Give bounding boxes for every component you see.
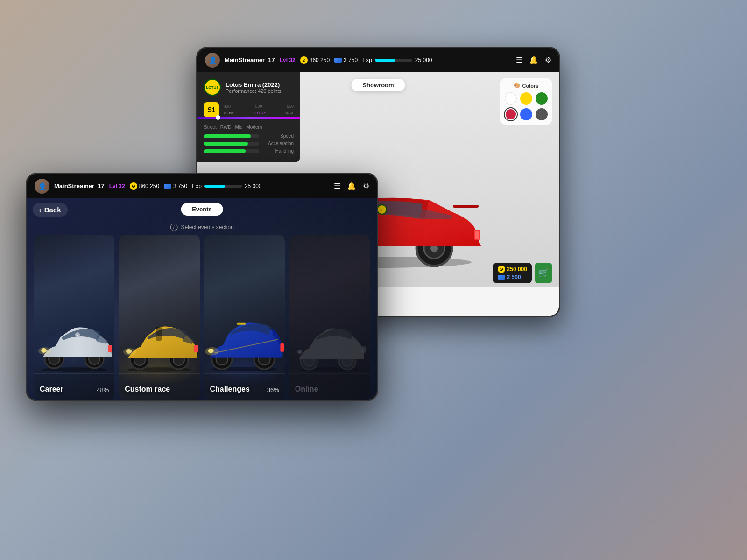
- challenges-track: [204, 373, 285, 374]
- select-hint: i Select events section: [170, 224, 234, 231]
- showroom-tab[interactable]: Showroom: [351, 79, 405, 91]
- username-front: MainStreamer_17: [54, 182, 105, 189]
- car-info-card: LOTUS Lotus Emira (2022) Performance: 42…: [197, 72, 300, 162]
- online-car-shape: [289, 316, 370, 372]
- svg-rect-9: [453, 205, 479, 208]
- price-blue: 2 500: [498, 274, 527, 280]
- svg-rect-39: [236, 323, 246, 325]
- card-icon-price: [498, 275, 505, 280]
- custom-car-shape: [119, 316, 199, 372]
- color-green[interactable]: [536, 92, 548, 105]
- challenges-pct: 36%: [267, 386, 279, 393]
- color-yellow[interactable]: [520, 92, 532, 105]
- blue-stat-front: 3 750: [164, 183, 187, 189]
- color-red[interactable]: [505, 108, 517, 120]
- challenges-label: Challenges: [210, 385, 250, 393]
- speed-fill: [204, 134, 251, 138]
- perf-slider-area: 420 500 650 NOW LOTUS MAX: [224, 104, 294, 115]
- svg-point-22: [38, 347, 51, 355]
- challenges-car-shape: [204, 316, 285, 372]
- custom-car-svg: [121, 321, 198, 372]
- avatar: 👤: [205, 53, 220, 68]
- coin-icon-front: ⊙: [130, 182, 137, 190]
- blue-stat-back: 3 750: [334, 57, 358, 63]
- custom-race-card[interactable]: Custom race: [119, 235, 199, 400]
- svg-rect-19: [108, 345, 112, 352]
- perf-thumb: [216, 115, 220, 120]
- svg-rect-31: [194, 345, 198, 352]
- car-brand-row: LOTUS Lotus Emira (2022) Performance: 42…: [204, 79, 294, 96]
- color-white[interactable]: [505, 92, 517, 105]
- svg-point-29: [123, 348, 136, 356]
- gold-coin-icon: ⊙: [498, 266, 505, 273]
- online-label-area: Online: [295, 385, 364, 393]
- color-row-1: [505, 92, 548, 105]
- chevron-left-icon: ‹: [39, 206, 42, 214]
- career-label-area: Career 48%: [40, 385, 109, 393]
- exp-container-back: Exp 25 000: [362, 57, 432, 63]
- header-icons-back: ☰ 🔔 ⚙: [516, 56, 551, 64]
- back-label: Back: [44, 206, 61, 214]
- svg-rect-30: [156, 327, 162, 341]
- svg-rect-8: [475, 231, 479, 239]
- card-icon-front: [164, 184, 171, 189]
- level-badge-back: Lvl 32: [280, 57, 296, 63]
- online-label: Online: [295, 385, 318, 393]
- career-car-shape: ★: [34, 316, 114, 372]
- exp-bar-front: [204, 185, 242, 188]
- exp-fill-front: [204, 185, 225, 188]
- challenges-label-area: Challenges 36%: [210, 385, 279, 393]
- career-label: Career: [40, 385, 63, 393]
- username-back: MainStreamer_17: [225, 56, 275, 63]
- career-pct: 48%: [97, 386, 109, 393]
- accel-row: Acceleration: [204, 141, 294, 146]
- card-icon-back: [334, 58, 342, 63]
- settings-icon-back[interactable]: ⚙: [545, 56, 551, 64]
- gold-stat-back: ⊙ 860 250: [300, 56, 330, 64]
- accel-label: Acceleration: [262, 141, 294, 146]
- palette-icon: 🎨: [514, 83, 521, 89]
- events-tab[interactable]: Events: [181, 203, 223, 216]
- car-name-group: Lotus Emira (2022) Performance: 420 poin…: [226, 81, 282, 94]
- career-card[interactable]: ★ Career: [34, 235, 114, 400]
- career-car-svg: ★: [35, 321, 114, 372]
- lotus-logo: LOTUS: [204, 79, 221, 96]
- info-icon: i: [170, 224, 177, 231]
- custom-track: [119, 373, 199, 374]
- speed-bar: [204, 134, 259, 138]
- menu-icon-front[interactable]: ☰: [334, 182, 340, 190]
- perf-now-max: NOW LOTUS MAX: [224, 111, 294, 115]
- buy-panel: ⊙ 250 000 2 500 🛒: [493, 263, 552, 283]
- bell-icon-front[interactable]: 🔔: [347, 182, 356, 190]
- back-button[interactable]: ‹ Back: [33, 203, 68, 217]
- tag-rwd: RWD: [220, 125, 232, 130]
- exp-bar-back: [375, 59, 412, 62]
- drive-tags: Street RWD Mid Modern: [204, 125, 294, 130]
- cart-button[interactable]: 🛒: [535, 263, 552, 283]
- color-dark[interactable]: [536, 108, 548, 120]
- tag-street: Street: [204, 125, 217, 130]
- avatar-front: 👤: [35, 179, 49, 194]
- menu-icon-back[interactable]: ☰: [516, 56, 522, 64]
- svg-rect-40: [280, 343, 284, 352]
- tablet-front: 👤 MainStreamer_17 Lvl 32 ⊙ 860 250 3 750…: [26, 173, 378, 401]
- tag-mid: Mid: [235, 125, 242, 130]
- career-track: [34, 373, 114, 374]
- level-badge-front: Lvl 32: [109, 183, 125, 189]
- bell-icon-back[interactable]: 🔔: [529, 56, 538, 64]
- brand-watermark: LOTUS: [252, 111, 266, 115]
- price-box: ⊙ 250 000 2 500: [493, 263, 532, 283]
- tablet-back-header: 👤 MainStreamer_17 Lvl 32 ⊙ 860 250 3 750…: [197, 48, 559, 72]
- exp-fill-back: [375, 59, 395, 62]
- svg-point-38: [204, 347, 218, 356]
- speed-label: Speed: [262, 133, 294, 139]
- settings-icon-front[interactable]: ⚙: [363, 182, 369, 190]
- online-track: [289, 373, 370, 374]
- svg-rect-47: [362, 346, 366, 353]
- price-gold: ⊙ 250 000: [498, 266, 527, 273]
- challenges-card[interactable]: Challenges 36%: [204, 235, 285, 400]
- online-card[interactable]: Online: [289, 235, 370, 400]
- car-name: Lotus Emira (2022): [226, 81, 282, 88]
- challenges-car-svg: [204, 318, 285, 372]
- color-blue[interactable]: [520, 108, 532, 120]
